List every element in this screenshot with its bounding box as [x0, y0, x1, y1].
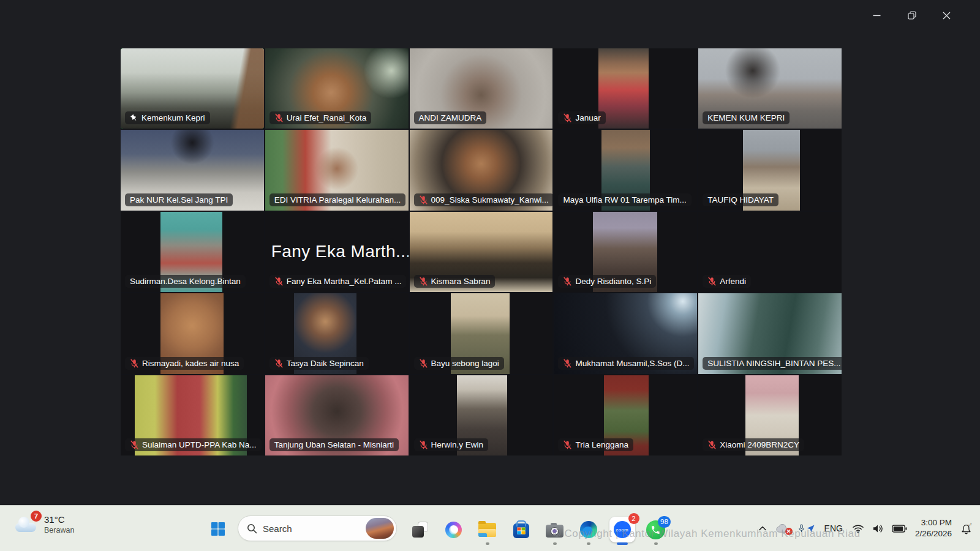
- language-indicator[interactable]: ENG: [823, 523, 844, 533]
- participant-name-label: Sudirman.Desa Kelong.Bintan: [125, 275, 246, 288]
- weather-temperature: 31°C: [44, 514, 74, 526]
- participant-tile[interactable]: Pak NUR Kel.Sei Jang TPI: [121, 130, 264, 210]
- participant-tile[interactable]: Dedy Risdianto, S.Pi: [554, 212, 697, 292]
- whatsapp-button[interactable]: 98: [639, 514, 673, 545]
- participant-tile[interactable]: 009_Siska Sukmawaty_Kanwi...: [410, 130, 553, 210]
- task-view-button[interactable]: [403, 514, 437, 545]
- file-explorer-icon: [478, 523, 496, 537]
- participant-name: Mukhamat Musamil,S.Sos (D...: [575, 359, 689, 368]
- participant-name: Sulaiman UPTD-PPA Kab Na...: [142, 440, 257, 449]
- camera-button[interactable]: [538, 514, 571, 545]
- mic-muted-icon: [419, 195, 428, 204]
- pin-icon: [130, 114, 138, 122]
- zoom-app-icon: zoom 2: [609, 517, 635, 542]
- mic-muted-icon: [563, 277, 572, 286]
- onedrive-tray-button[interactable]: ✕: [775, 523, 790, 533]
- participant-name-label: Kismara Sabran: [414, 275, 496, 288]
- participant-tile[interactable]: Tasya Daik Sepincan: [265, 293, 409, 373]
- participant-tile[interactable]: Mukhamat Musamil,S.Sos (D...: [554, 293, 697, 373]
- battery-button[interactable]: [892, 525, 907, 533]
- participant-tile[interactable]: KEMEN KUM KEPRI: [698, 48, 842, 129]
- participant-name: Fany Eka Martha_Kel.Patam ...: [287, 277, 402, 286]
- windows-logo-icon: [211, 522, 225, 536]
- participant-name-label: Kemenkum Kepri: [125, 111, 210, 124]
- participant-tile[interactable]: TAUFIQ HIDAYAT: [698, 130, 842, 210]
- participant-tile[interactable]: Fany Eka Marth... Fany Eka Martha_Kel.Pa…: [265, 212, 409, 292]
- microsoft-store-button[interactable]: [504, 514, 538, 545]
- chevron-up-icon: [758, 525, 767, 532]
- mic-muted-icon: [563, 359, 572, 368]
- weather-condition: Berawan: [44, 526, 74, 535]
- participant-name-label: Tria Lenggana: [558, 438, 633, 451]
- mic-muted-icon: [419, 440, 428, 449]
- svg-text:z: z: [970, 522, 972, 525]
- edge-button[interactable]: [571, 514, 605, 545]
- volume-button[interactable]: [872, 524, 884, 533]
- wifi-icon: [852, 524, 864, 533]
- zoom-logo: zoom: [614, 521, 631, 538]
- weather-widget[interactable]: 7 31°C Berawan: [15, 514, 74, 535]
- participant-name: Bayu sebong lagoi: [431, 359, 499, 368]
- edge-icon: [580, 521, 597, 538]
- participant-name-label: Xiaomi 2409BRN2CY: [703, 438, 804, 451]
- participant-tile[interactable]: ANDI ZAMUDRA: [410, 48, 553, 129]
- participant-tile[interactable]: Sudirman.Desa Kelong.Bintan: [121, 212, 264, 292]
- date: 2/26/2026: [915, 528, 952, 539]
- minimize-button[interactable]: [859, 4, 894, 27]
- participant-name: Kemenkum Kepri: [141, 113, 205, 122]
- microphone-in-use-icon: [797, 523, 805, 533]
- participant-tile[interactable]: Januar: [554, 48, 697, 129]
- file-explorer-button[interactable]: [470, 514, 504, 545]
- video-grid: Kemenkum Kepri Urai Efet_Ranai_Kota: [121, 48, 842, 455]
- cloud-weather-icon: 7: [15, 515, 38, 533]
- participant-tile[interactable]: Tria Lenggana: [554, 375, 697, 455]
- participant-name-label: Mukhamat Musamil,S.Sos (D...: [558, 357, 694, 370]
- restore-button[interactable]: [894, 4, 929, 27]
- mic-muted-icon: [130, 359, 139, 368]
- zoom-app-button[interactable]: zoom 2: [605, 514, 639, 545]
- participant-name: Urai Efet_Ranai_Kota: [287, 113, 367, 122]
- notification-center-button[interactable]: z z: [960, 522, 973, 535]
- participant-tile[interactable]: Rismayadi, kades air nusa: [121, 293, 264, 373]
- copilot-icon: [445, 522, 462, 538]
- participant-tile[interactable]: Bayu sebong lagoi: [410, 293, 553, 373]
- participant-name-label: 009_Siska Sukmawaty_Kanwi...: [414, 193, 553, 206]
- clock[interactable]: 3:00 PM 2/26/2026: [915, 517, 952, 539]
- running-indicator: [587, 542, 590, 545]
- participant-tile[interactable]: Kismara Sabran: [410, 212, 553, 292]
- mic-muted-icon: [274, 277, 284, 286]
- participant-name: KEMEN KUM KEPRI: [707, 113, 785, 122]
- search-input[interactable]: Search: [238, 515, 397, 541]
- microsoft-store-icon: [513, 523, 529, 538]
- privacy-indicators[interactable]: [797, 523, 815, 533]
- start-button[interactable]: [206, 518, 230, 540]
- participant-tile[interactable]: Kemenkum Kepri: [121, 48, 264, 129]
- participant-tile[interactable]: Maya Ulfia RW 01 Tarempa Tim...: [554, 130, 697, 210]
- bell-dnd-icon: z z: [960, 522, 973, 535]
- network-button[interactable]: [852, 524, 864, 533]
- participant-name: Kismara Sabran: [431, 277, 491, 286]
- close-button[interactable]: [929, 4, 964, 27]
- whatsapp-notification-badge: 98: [658, 516, 671, 528]
- zoom-meeting-window: Kemenkum Kepri Urai Efet_Ranai_Kota: [0, 0, 980, 551]
- mic-muted-icon: [274, 113, 284, 122]
- participant-tile[interactable]: Tanjung Uban Selatan - Misniarti: [265, 375, 409, 455]
- participant-name-label: TAUFIQ HIDAYAT: [703, 193, 778, 206]
- participant-name: ANDI ZAMUDRA: [419, 113, 482, 122]
- time: 3:00 PM: [915, 517, 952, 528]
- tray-overflow-button[interactable]: [758, 525, 767, 532]
- participant-tile[interactable]: EDI VITRIA Paralegal Kelurahan...: [265, 130, 409, 210]
- participant-tile[interactable]: Sulaiman UPTD-PPA Kab Na...: [121, 375, 264, 455]
- participant-tile[interactable]: Herwin.y Ewin: [410, 375, 553, 455]
- participant-tile[interactable]: SULISTIA NINGSIH_BINTAN PES...: [698, 293, 842, 373]
- participant-name: TAUFIQ HIDAYAT: [707, 195, 774, 204]
- participant-tile[interactable]: Arfendi: [698, 212, 842, 292]
- copilot-button[interactable]: [437, 514, 470, 545]
- participant-tile[interactable]: Urai Efet_Ranai_Kota: [265, 48, 409, 129]
- participant-tile[interactable]: Xiaomi 2409BRN2CY: [698, 375, 842, 455]
- mic-muted-icon: [563, 440, 572, 449]
- participant-name-label: Maya Ulfia RW 01 Tarempa Tim...: [558, 193, 691, 206]
- search-highlight-image[interactable]: [366, 518, 394, 539]
- participant-name-label: Arfendi: [703, 275, 751, 288]
- participant-name-label: Fany Eka Martha_Kel.Patam ...: [270, 275, 407, 288]
